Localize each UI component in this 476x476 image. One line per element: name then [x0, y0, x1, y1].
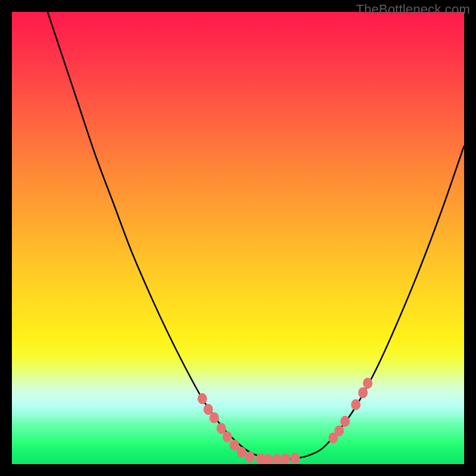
data-dot — [209, 412, 219, 423]
chart-frame — [12, 12, 464, 464]
data-dot — [340, 416, 350, 427]
data-dot — [223, 431, 232, 442]
data-dot — [263, 454, 273, 464]
data-dot — [237, 447, 246, 458]
data-dot — [351, 399, 361, 410]
chart-svg — [12, 12, 464, 464]
data-dot — [245, 452, 255, 462]
data-dot — [272, 454, 281, 464]
data-dot — [281, 453, 290, 464]
watermark-text: TheBottleneck.com — [356, 2, 470, 17]
data-dot — [358, 387, 368, 398]
data-dot — [198, 393, 207, 404]
data-dots — [198, 378, 372, 464]
data-dot — [363, 378, 372, 389]
data-dot — [290, 453, 300, 464]
data-dot — [230, 440, 239, 450]
data-dot — [334, 425, 344, 436]
bottleneck-curve — [48, 12, 464, 459]
